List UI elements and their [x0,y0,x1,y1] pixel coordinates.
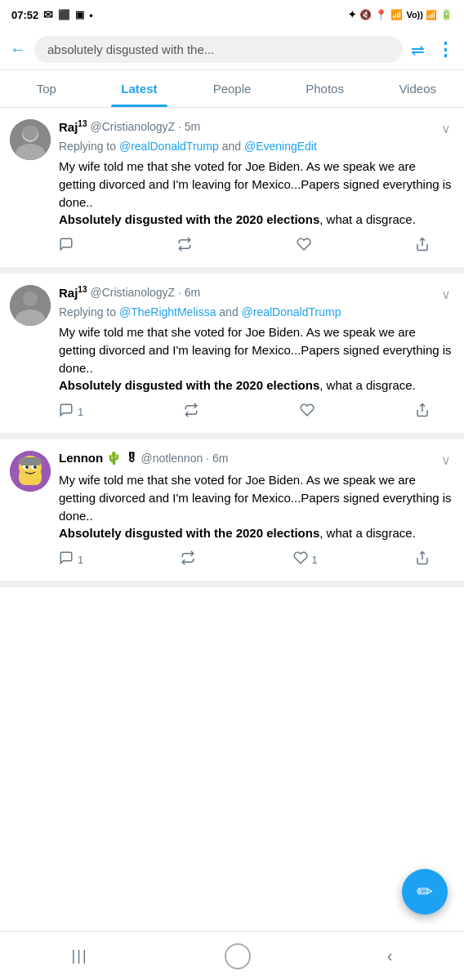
reply-button[interactable] [59,237,74,256]
svg-point-15 [33,466,37,469]
share-icon [415,403,430,421]
tweet-actions [59,237,454,256]
signal-icon: Vo)) 📶 [406,10,437,20]
tweet-actions: 1 [59,403,454,421]
battery-icon: 🔋 [440,9,453,20]
share-button[interactable] [415,550,430,569]
svg-point-6 [23,292,38,306]
avatar[interactable] [10,119,51,160]
tweet-user-info: Raj13 @CristianologyZ · 6m [59,285,200,300]
retweet-button[interactable] [181,550,195,569]
heart-icon [297,237,311,256]
screen-icon: ⬛ [58,9,70,20]
status-icons-area: ✦ 🔇 📍 📶 Vo)) 📶 🔋 [348,9,453,20]
back-button[interactable]: ← [10,40,26,59]
back-button-nav[interactable]: ‹ [381,940,399,972]
tweet-header: Raj13 @CristianologyZ · 6m ∨ [59,285,454,304]
tweet-header: Lennon 🌵 🎖 @notlennon · 6m ∨ [59,451,454,470]
handle-time: @notlennon · 6m [141,452,229,465]
home-button[interactable] [225,943,251,969]
tab-latest[interactable]: Latest [93,70,186,107]
retweet-icon [177,237,192,256]
tab-videos[interactable]: Videos [371,70,464,107]
tweet-actions: 1 1 [59,550,454,569]
tweet-header: Raj13 @CristianologyZ · 5m ∨ [59,119,454,138]
status-bar: 07:52 ✉ ⬛ ▣ • ✦ 🔇 📍 📶 Vo)) 📶 🔋 [0,0,464,29]
tweet-content: Raj13 @CristianologyZ · 5m ∨ Replying to… [59,119,454,256]
retweet-icon [181,550,195,569]
reply-info: Replying to @TheRightMelissa and @realDo… [59,305,454,318]
like-count: 1 [312,554,318,566]
more-options-icon[interactable]: ⋮ [436,39,454,60]
dot-indicator: • [89,9,93,21]
avatar[interactable] [10,285,51,326]
share-icon [415,237,430,256]
tweet-content: Lennon 🌵 🎖 @notlennon · 6m ∨ My wife tol… [59,451,454,569]
tab-top[interactable]: Top [0,70,93,107]
tweet-text: My wife told me that she voted for Joe B… [59,323,454,394]
chevron-down-icon[interactable]: ∨ [438,285,454,304]
search-query-text: absolutely disgusted with the... [47,42,214,56]
share-icon [415,550,430,569]
username: Raj13 [59,119,87,134]
heart-icon [293,550,308,569]
bottom-navigation: ||| ‹ [0,931,464,980]
tweet-text: My wife told me that she voted for Joe B… [59,158,454,229]
reply-handle-link[interactable]: @TheRightMelissa [119,305,216,318]
search-input-container[interactable]: absolutely disgusted with the... [34,36,403,63]
reply-handle-link[interactable]: @realDonaldTrump [119,140,219,153]
share-button[interactable] [415,237,430,256]
chevron-down-icon[interactable]: ∨ [438,451,454,470]
tab-people[interactable]: People [185,70,279,107]
reply-icon [59,550,74,569]
chevron-down-icon[interactable]: ∨ [438,119,454,138]
search-action-icons: ⇌ ⋮ [411,39,454,60]
retweet-button[interactable] [177,237,192,256]
compose-icon: ✏ [417,880,433,903]
bluetooth-icon: ✦ [348,9,356,20]
tweet-content: Raj13 @CristianologyZ · 6m ∨ Replying to… [59,285,454,421]
reply-button[interactable]: 1 [59,550,83,569]
mail-icon: ✉ [43,8,53,21]
time-display: 07:52 [11,9,38,21]
reply-icon [59,403,74,421]
tweet-user-info: Lennon 🌵 🎖 @notlennon · 6m [59,451,228,466]
username: Lennon 🌵 🎖 [59,451,138,466]
filter-icon[interactable]: ⇌ [411,40,425,60]
svg-point-3 [23,126,38,140]
reply-button[interactable]: 1 [59,403,83,421]
handle-time: @CristianologyZ · 6m [90,286,200,299]
svg-rect-11 [19,469,42,485]
heart-icon [300,403,315,421]
svg-rect-16 [19,457,42,466]
reply-handle-link-2[interactable]: @EveningEdit [244,140,317,153]
wifi-icon: 📶 [390,9,403,20]
reply-info: Replying to @realDonaldTrump and @Evenin… [59,140,454,153]
tweet-card: Raj13 @CristianologyZ · 6m ∨ Replying to… [0,274,464,439]
reply-handle-link-2[interactable]: @realDonaldTrump [242,305,341,318]
retweet-icon [184,403,199,421]
retweet-button[interactable] [184,403,199,421]
msg-icon: ▣ [75,9,84,20]
status-time-area: 07:52 ✉ ⬛ ▣ • [11,8,93,21]
location-icon: 📍 [375,9,387,20]
tweet-user-info: Raj13 @CristianologyZ · 5m [59,119,200,134]
nav-tabs: Top Latest People Photos Videos [0,70,464,108]
like-button[interactable] [300,403,315,421]
recent-apps-button[interactable]: ||| [65,941,95,971]
handle-time: @CristianologyZ · 5m [90,120,200,133]
reply-icon [59,237,74,256]
like-button[interactable] [297,237,311,256]
username: Raj13 [59,285,87,300]
tweet-card: Raj13 @CristianologyZ · 5m ∨ Replying to… [0,108,464,274]
like-button[interactable]: 1 [293,550,318,569]
search-bar: ← absolutely disgusted with the... ⇌ ⋮ [0,29,464,70]
share-button[interactable] [415,403,430,421]
mute-icon: 🔇 [359,9,372,20]
avatar[interactable] [10,451,51,492]
compose-fab-button[interactable]: ✏ [402,869,448,915]
tweet-card: Lennon 🌵 🎖 @notlennon · 6m ∨ My wife tol… [0,439,464,587]
svg-point-14 [25,466,29,469]
tab-photos[interactable]: Photos [279,70,372,107]
tweet-text: My wife told me that she voted for Joe B… [59,471,454,542]
